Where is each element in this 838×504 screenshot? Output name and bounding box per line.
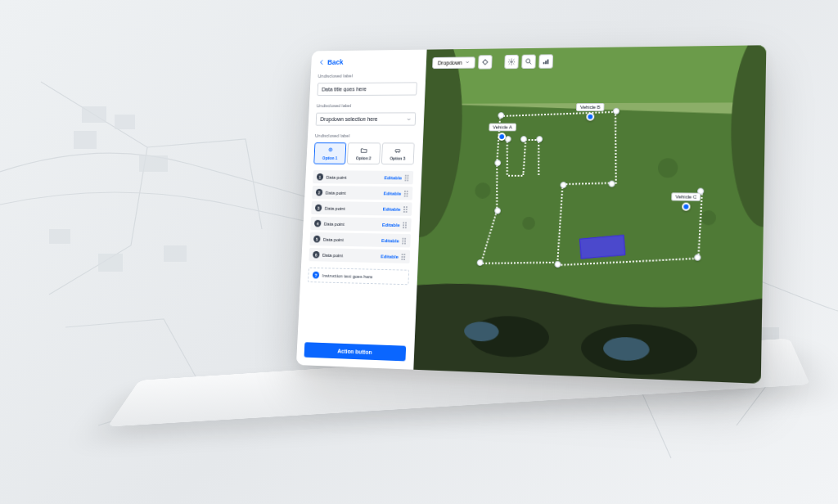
segment-2-label: Option 2 [356,155,372,160]
svg-point-11 [330,149,331,151]
search-button[interactable] [521,55,536,69]
data-point-row[interactable]: 4 Data point Editable [310,217,412,232]
selected-region[interactable] [579,235,625,259]
drag-handle-icon[interactable] [403,206,408,213]
aerial-imagery [413,45,766,384]
svg-rect-6 [164,245,187,262]
data-point-row[interactable]: 1 Data point Editable [313,170,413,184]
dropdown-value: Dropdown selection here [320,116,377,122]
data-point-number: 2 [316,189,323,196]
app-screen: Back Undisclosed label Undisclosed label… [296,45,766,384]
data-point-number: 3 [315,205,322,212]
svg-rect-2 [74,131,97,149]
search-icon [525,57,533,65]
svg-rect-5 [98,254,123,272]
segment-option-1[interactable]: Option 1 [313,142,346,164]
drag-handle-icon[interactable] [404,190,409,196]
data-point-number: 4 [314,220,322,227]
add-marker-button[interactable] [478,55,493,69]
drag-handle-icon[interactable] [401,254,406,260]
info-icon: ? [313,272,320,279]
data-point-label: Data point [326,190,346,195]
route-segment [496,163,498,211]
data-point-row[interactable]: 2 Data point Editable [312,186,412,200]
data-point-label: Data point [324,221,345,226]
chevron-down-icon [407,117,412,122]
svg-point-28 [511,61,512,62]
drag-handle-icon[interactable] [403,222,408,228]
svg-rect-4 [49,229,70,244]
svg-rect-0 [82,106,106,123]
data-point-label: Data point [325,205,345,210]
map-panel[interactable]: Vehicle A Vehicle B Vehicle C Dropdown [413,45,766,384]
action-button[interactable]: Action button [304,342,406,361]
route-segment [538,139,539,175]
instruction-row: ? Instruction text goes here [308,268,409,285]
map-toolbar: Dropdown [432,54,553,70]
dropdown-select[interactable]: Dropdown selection here [316,112,417,125]
gear-icon [507,58,516,66]
data-point-number: 6 [313,251,320,259]
data-point-number: 5 [313,236,321,243]
data-point-edit[interactable]: Editable [383,191,401,196]
stats-button[interactable] [538,54,553,69]
drag-handle-icon[interactable] [405,174,410,181]
segment-3-label: Option 3 [390,156,405,161]
data-point-label: Data point [327,174,347,179]
route-segment [508,175,522,177]
back-button[interactable]: Back [318,57,418,66]
data-point-edit[interactable]: Editable [384,175,402,180]
svg-rect-12 [395,150,400,152]
bar-chart-icon [542,57,550,65]
data-point-edit[interactable]: Editable [381,254,399,259]
svg-rect-3 [139,155,168,172]
data-point-label: Data point [322,253,343,258]
vehicle-marker-c[interactable]: Vehicle C [671,192,701,211]
data-point-edit[interactable]: Editable [382,222,400,227]
data-point-number: 1 [317,173,324,181]
sidebar-panel: Back Undisclosed label Undisclosed label… [296,50,427,370]
back-label: Back [327,58,344,66]
crosshair-icon [481,58,489,66]
svg-rect-1 [115,115,135,129]
toolbar-dropdown[interactable]: Dropdown [432,56,475,69]
folder-icon [360,146,368,155]
title-input[interactable] [317,82,417,96]
toolbar-dropdown-label: Dropdown [438,60,462,65]
data-point-list: 1 Data point Editable 2 Data point Edita… [309,170,413,263]
vehicle-label: Vehicle A [489,124,516,132]
svg-rect-30 [543,62,545,64]
vehicle-label: Vehicle B [576,103,605,111]
svg-rect-31 [545,61,547,64]
svg-rect-32 [547,60,549,65]
data-point-row[interactable]: 3 Data point Editable [311,201,412,216]
svg-point-27 [483,60,487,64]
vehicle-marker-b[interactable]: Vehicle B [576,103,605,121]
data-point-row[interactable]: 6 Data point Editable [309,248,410,263]
vehicle-marker-a[interactable]: Vehicle A [489,124,516,141]
instruction-text: Instruction text goes here [322,272,373,278]
vehicle-dot-icon [498,133,507,141]
location-pin-icon [327,146,334,154]
segment-option-2[interactable]: Option 2 [347,142,381,164]
chevron-down-icon [465,60,470,65]
drag-handle-icon[interactable] [402,237,407,244]
segment-option-3[interactable]: Option 3 [381,142,415,164]
data-point-label: Data point [323,236,344,241]
svg-rect-16 [425,45,766,104]
data-point-edit[interactable]: Editable [381,238,399,243]
vehicle-dot-icon [586,113,594,121]
segment-control: Option 1 Option 2 Option 3 [313,142,414,164]
arrow-left-icon [318,59,325,65]
vehicle-dot-icon [682,203,690,211]
settings-button[interactable] [504,55,519,69]
route-segment [507,139,508,175]
segment-1-label: Option 1 [322,155,338,160]
data-point-row[interactable]: 5 Data point Editable [309,232,411,248]
segment-field-label: Undisclosed label [315,133,415,138]
data-point-edit[interactable]: Editable [383,206,401,211]
vehicle-label: Vehicle C [671,192,701,200]
title-field-label: Undisclosed label [318,73,417,79]
dropdown-field-label: Undisclosed label [317,103,417,108]
svg-point-29 [526,59,530,63]
